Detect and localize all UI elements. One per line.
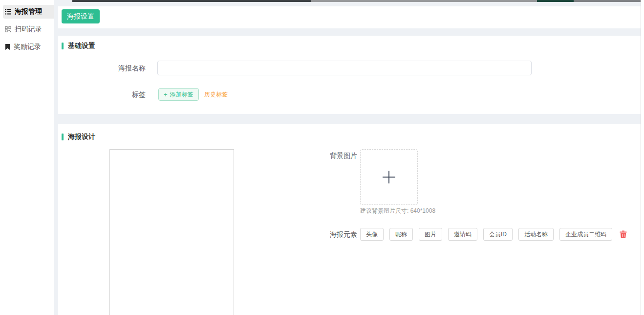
sidebar-item-label: 扫码记录	[15, 25, 42, 34]
add-tag-button[interactable]: + 添加标签	[158, 88, 199, 101]
poster-design-panel: 海报设计 背景图片 建议背景图片尺寸: 640*1008 海报元素 头像	[58, 124, 641, 315]
poster-element-button[interactable]: 图片	[419, 228, 442, 241]
poster-name-label: 海报名称	[58, 61, 146, 75]
toolbar-panel: 海报设置	[58, 6, 641, 28]
section-title: 海报设计	[68, 133, 95, 141]
section-accent-bar	[62, 134, 64, 140]
poster-element-button[interactable]: 昵称	[389, 228, 413, 241]
qr-code-icon	[5, 26, 11, 32]
poster-elements-row: 头像 昵称 图片 邀请码 会员ID 活动名称 企业成员二维码	[360, 228, 627, 241]
background-image-label: 背景图片	[330, 152, 357, 159]
sidebar-item-scan-records[interactable]: 扫码记录	[3, 22, 54, 36]
poster-preview-canvas[interactable]	[109, 149, 234, 315]
poster-name-input[interactable]	[157, 61, 532, 75]
poster-settings-button[interactable]: 海报设置	[62, 9, 100, 23]
history-tags-link[interactable]: 历史标签	[204, 88, 228, 101]
basic-settings-section-header: 基础设置	[62, 42, 95, 50]
sidebar-item-label: 海报管理	[15, 7, 42, 16]
background-image-upload[interactable]	[360, 149, 418, 205]
add-tag-label: 添加标签	[170, 90, 193, 99]
plus-icon: +	[164, 91, 168, 98]
poster-design-section-header: 海报设计	[62, 133, 95, 141]
poster-element-button[interactable]: 邀请码	[448, 228, 477, 241]
sidebar-item-label: 奖励记录	[14, 43, 41, 51]
delete-trash-icon[interactable]	[620, 230, 627, 238]
section-accent-bar	[62, 43, 64, 49]
basic-settings-panel: 基础设置 海报名称 标签 + 添加标签 历史标签	[58, 36, 641, 114]
vertical-scrollbar[interactable]	[641, 0, 644, 315]
main-content: 海报设置 基础设置 海报名称 标签 + 添加标签 历史标签 海报设计	[58, 0, 641, 315]
sidebar-item-poster-management[interactable]: 海报管理	[3, 5, 54, 19]
sidebar-item-reward-records[interactable]: 奖励记录	[3, 40, 54, 54]
tag-label: 标签	[58, 88, 146, 101]
list-icon	[5, 9, 11, 15]
upload-size-hint: 建议背景图片尺寸: 640*1008	[360, 207, 435, 215]
poster-admin-screen: 海报管理 扫码记录	[0, 0, 644, 315]
poster-element-button[interactable]: 会员ID	[483, 228, 513, 241]
section-title: 基础设置	[68, 42, 95, 50]
poster-element-button[interactable]: 企业成员二维码	[559, 228, 612, 241]
poster-elements-label: 海报元素	[330, 228, 357, 241]
bookmark-icon	[5, 44, 10, 50]
poster-element-button[interactable]: 活动名称	[518, 228, 554, 241]
sidebar: 海报管理 扫码记录	[0, 0, 54, 315]
plus-icon	[382, 170, 396, 184]
poster-element-button[interactable]: 头像	[360, 228, 384, 241]
